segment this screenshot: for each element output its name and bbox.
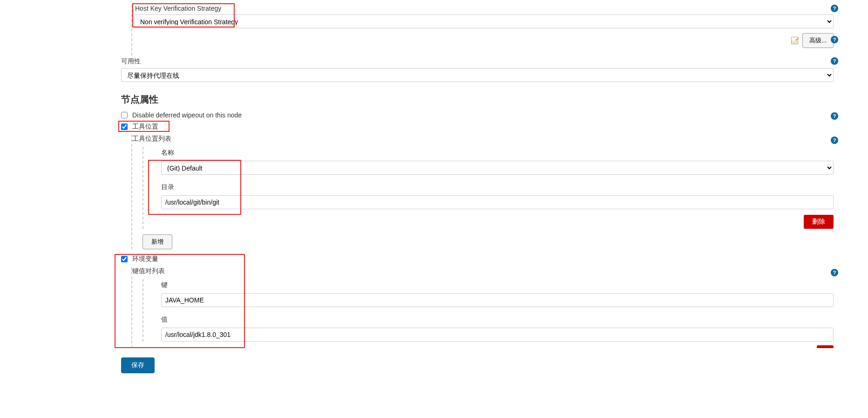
- help-icon[interactable]: ?: [831, 5, 838, 12]
- node-props-title: 节点属性: [121, 93, 834, 106]
- availability-select[interactable]: 尽量保持代理在线: [121, 68, 834, 82]
- disable-deferred-checkbox[interactable]: [121, 112, 128, 118]
- help-icon[interactable]: ?: [831, 36, 838, 43]
- delete-env-button[interactable]: [817, 345, 834, 348]
- tool-dir-label: 目录: [161, 181, 834, 193]
- notepad-icon: [791, 37, 799, 44]
- hostkey-select[interactable]: Non verifying Verification Strategy: [134, 14, 834, 28]
- tool-dir-input[interactable]: [161, 195, 834, 209]
- help-icon[interactable]: ?: [831, 137, 838, 144]
- tool-location-label: 工具位置: [132, 123, 158, 131]
- add-tool-button[interactable]: 新增: [142, 234, 172, 249]
- kv-list-label: 键值对列表 ?: [132, 267, 834, 275]
- help-icon[interactable]: ?: [831, 57, 838, 65]
- hostkey-label: Host Key Verification Strategy: [135, 5, 834, 12]
- help-icon[interactable]: ?: [831, 269, 838, 276]
- disable-deferred-label: Disable deferred wipeout on this node: [132, 111, 242, 119]
- tool-name-label: 名称: [161, 147, 834, 159]
- tool-location-checkbox[interactable]: [121, 123, 128, 130]
- env-vars-checkbox[interactable]: [121, 256, 128, 262]
- env-key-label: 键: [161, 279, 834, 291]
- env-key-input[interactable]: [161, 293, 834, 307]
- env-vars-label: 环境变量: [132, 255, 158, 263]
- help-icon[interactable]: ?: [831, 112, 838, 120]
- env-value-input[interactable]: [161, 328, 834, 342]
- delete-tool-button[interactable]: 删除: [804, 215, 834, 229]
- save-button[interactable]: 保存: [121, 357, 155, 373]
- tool-list-label: 工具位置列表 ?: [132, 135, 834, 143]
- advanced-button[interactable]: 高级...: [802, 33, 834, 48]
- tool-name-select[interactable]: (Git) Default: [161, 161, 834, 175]
- env-value-label: 值: [161, 314, 834, 326]
- availability-label: 可用性: [121, 57, 834, 66]
